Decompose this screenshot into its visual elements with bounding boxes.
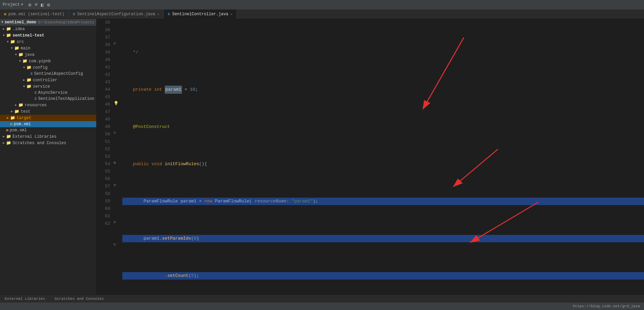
sidebar-item-target[interactable]: ▶ 📁 target: [0, 115, 96, 121]
sidebar-item-pom-xml-outer[interactable]: m pom.xml: [0, 127, 96, 133]
sidebar-item-label: pom.xml: [10, 128, 27, 133]
sidebar-item-com-yzpnb[interactable]: ▼ 📁 com.yzpnb: [0, 58, 96, 64]
sidebar-item-label: pom.xml: [14, 122, 31, 127]
sidebar-item-pom-xml-inner[interactable]: m pom.xml: [0, 121, 96, 127]
code-line-37: @PostConstruct: [122, 123, 644, 131]
sidebar-item-label: SentinelAspectConfig: [34, 71, 83, 76]
bottom-tab-ext-libs[interactable]: External Libraries: [3, 296, 47, 302]
status-bar: https://blog.csdn.net/grd_java: [0, 303, 644, 310]
sidebar-item-sentinel-aspect-config[interactable]: C SentinelAspectConfig: [0, 71, 96, 77]
fold-icon-38[interactable]: ▽: [114, 41, 116, 46]
sidebar-item-label: service: [33, 84, 50, 89]
tab-aspect-config[interactable]: C SentinelAspectConfiguration.java ✕: [69, 9, 164, 19]
sidebar-item-main[interactable]: ▼ 📁 main: [0, 45, 96, 51]
code-line-36: private int param1 = 10;: [122, 86, 644, 93]
folder-icon: 📁: [26, 84, 32, 89]
folder-icon: 📁: [18, 103, 23, 108]
sidebar-item-config[interactable]: ▼ 📁 config: [0, 64, 96, 71]
menu-icon[interactable]: ≡: [35, 2, 37, 8]
gutter: ▽ 💡 ▽ ⚙ ▽ ▽ ▽: [113, 19, 120, 294]
folder-icon: 📁: [14, 109, 19, 114]
tab-aspect-close[interactable]: ✕: [157, 12, 159, 16]
fold-icon-47[interactable]: ▽: [114, 131, 116, 135]
sidebar-item-java[interactable]: ▼ 📁 java: [0, 51, 96, 58]
xml-icon: m: [4, 12, 6, 16]
build-icon[interactable]: ⚙: [47, 2, 50, 8]
chevron-down-icon: ▼: [22, 85, 26, 88]
sidebar-item-label: main: [21, 46, 31, 51]
project-label[interactable]: Project ▼: [3, 2, 23, 7]
chevron-right-icon: ▶: [1, 27, 6, 31]
sidebar-item-src[interactable]: ▼ 📁 src: [0, 39, 96, 45]
code-line-35: */: [122, 49, 644, 56]
folder-icon: 📁: [14, 46, 19, 51]
folder-icon: 📁: [10, 115, 15, 120]
sidebar-item-label: test: [21, 109, 31, 114]
folder-icon: 📁: [6, 140, 11, 146]
fold-icon-59[interactable]: ▽: [114, 242, 116, 247]
folder-icon: 📁: [6, 26, 11, 31]
run-icon-52[interactable]: ▽: [114, 183, 116, 188]
chevron-right-icon: ▶: [5, 116, 10, 120]
sidebar-item-controller[interactable]: ▶ 📁 controller: [0, 77, 96, 83]
sidebar-item-async-service[interactable]: C AsyncService: [0, 90, 96, 96]
chevron-down-icon: ▼: [22, 66, 26, 69]
code-line-39: ParamFlowRule param1 = new ParamFlowRule…: [122, 198, 644, 205]
chevron-right-icon: ▶: [1, 141, 6, 145]
sidebar-item-label: AsyncService: [38, 90, 67, 95]
bulb-icon[interactable]: 💡: [114, 101, 119, 106]
sidebar-item-idea[interactable]: ▶ 📁 .idea: [0, 26, 96, 32]
java-file-icon: C: [31, 72, 33, 76]
chevron-down-icon: ▼: [21, 3, 23, 6]
sidebar-item-resources[interactable]: ▶ 📁 resources: [0, 102, 96, 108]
xml-file-icon: m: [6, 128, 8, 132]
chevron-right-icon: ▶: [9, 110, 14, 113]
sidebar-item-service[interactable]: ▼ 📁 service: [0, 83, 96, 90]
sidebar-item-label: External Libraries: [13, 134, 57, 139]
folder-icon: 📁: [26, 78, 32, 83]
editor-content[interactable]: 35 36 37 38 39 40 41 42 43 44 45 46 47 4…: [97, 19, 644, 294]
tab-sentinel-controller[interactable]: C SentinelController.java ✕: [164, 9, 237, 19]
sidebar-item-label: controller: [33, 78, 57, 83]
java-file-icon: C: [35, 97, 37, 101]
chevron-down-icon: ▼: [9, 47, 14, 50]
tab-controller-close[interactable]: ✕: [230, 12, 233, 16]
sidebar-item-scratches[interactable]: ▶ 📁 Scratches and Consoles: [0, 140, 96, 146]
code-line-41: .setCount(5);: [122, 272, 644, 280]
chevron-right-icon: ▶: [14, 103, 18, 107]
tabs-bar: m pom.xml (sentinel-test) C SentinelAspe…: [0, 9, 644, 19]
settings-icon[interactable]: ⚙: [28, 2, 31, 8]
code-line-38: public void initFlowRules(){: [122, 160, 644, 168]
toolbar-icons: ⚙ ≡ ◧ ⚙: [28, 2, 50, 8]
chevron-down-icon: ▼: [1, 21, 3, 24]
chevron-right-icon: ▶: [22, 78, 26, 82]
sidebar-item-test[interactable]: ▶ 📁 test: [0, 108, 96, 115]
chevron-right-icon: ▶: [1, 135, 6, 138]
sidebar-item-sentinel-test[interactable]: ▼ 📁 sentinel-test: [0, 32, 96, 39]
bottom-tab-scratches[interactable]: Scratches and Consoles: [53, 296, 106, 302]
chevron-down-icon: ▼: [1, 34, 6, 37]
java-icon: C: [73, 12, 75, 16]
tab-controller-label: SentinelController.java: [172, 12, 228, 17]
folder-icon: 📁: [6, 134, 11, 139]
sidebar-item-external-libs[interactable]: ▶ 📁 External Libraries: [0, 133, 96, 140]
sidebar-item-label: resources: [25, 103, 47, 108]
sidebar-item-label: .idea: [13, 27, 25, 31]
fold-icon-49[interactable]: ⚙: [114, 160, 116, 165]
code-editor[interactable]: */ private int param1 = 10; @PostConstru…: [120, 19, 644, 294]
tab-aspect-label: SentinelAspectConfiguration.java: [77, 12, 155, 17]
sidebar-item-label: config: [33, 65, 47, 70]
folder-icon: 📁: [10, 39, 15, 44]
sidebar-item-label: src: [17, 40, 24, 44]
sidebar-project-header[interactable]: ▼ sentinel_demo D:\biancheng\IdeaProject…: [0, 19, 96, 26]
sidebar-item-sentinel-test-app[interactable]: C SentinelTestApplication: [0, 96, 96, 102]
chevron-down-icon: ▼: [5, 40, 10, 44]
fold-icon-56[interactable]: ▽: [114, 220, 116, 224]
sidebar-item-label: SentinelTestApplication: [38, 96, 95, 101]
xml-file-icon: m: [10, 122, 13, 126]
folder-icon: 📁: [26, 65, 32, 70]
java-file-icon: C: [35, 91, 37, 95]
layout-icon[interactable]: ◧: [41, 2, 44, 8]
chevron-down-icon: ▼: [18, 60, 22, 63]
tab-pom-xml[interactable]: m pom.xml (sentinel-test): [0, 9, 69, 19]
